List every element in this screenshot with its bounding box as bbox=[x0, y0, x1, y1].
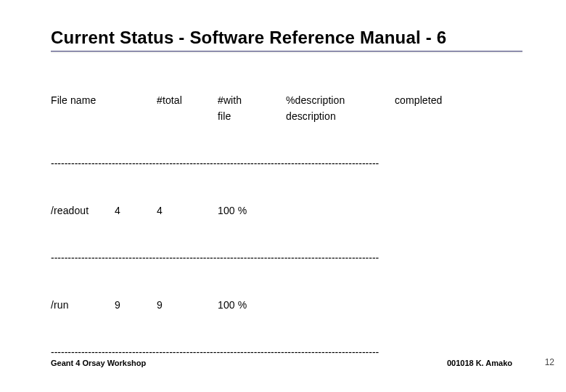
table-row: /run 9 9 100 % bbox=[51, 298, 534, 314]
hdr-desc: %description description bbox=[286, 93, 395, 124]
row-name: /readout bbox=[51, 203, 115, 219]
row-pct: 100 % bbox=[218, 298, 286, 314]
row-n: 4 bbox=[157, 203, 218, 219]
footer-left: Geant 4 Orsay Workshop bbox=[51, 359, 146, 367]
footer-right: 001018 K. Amako bbox=[447, 359, 512, 367]
hdr-completed: completed bbox=[395, 93, 482, 109]
content-block: File name #total #with file %description… bbox=[51, 62, 534, 392]
hdr-file: File name bbox=[51, 93, 157, 109]
header-row: File name #total #with file %description… bbox=[51, 93, 534, 124]
row-total: 4 bbox=[115, 203, 157, 219]
hdr-with: #with file bbox=[218, 93, 286, 124]
divider-1: ----------------------------------------… bbox=[51, 156, 534, 172]
row-pct: 100 % bbox=[218, 203, 286, 219]
page-number: 12 bbox=[545, 357, 554, 367]
row-name: /run bbox=[51, 298, 115, 314]
row-total: 9 bbox=[115, 298, 157, 314]
slide: Current Status - Software Reference Manu… bbox=[0, 0, 566, 392]
row-n: 9 bbox=[157, 298, 218, 314]
page-title: Current Status - Software Reference Manu… bbox=[51, 28, 534, 48]
title-underline bbox=[51, 51, 522, 52]
hdr-total: #total bbox=[157, 93, 218, 109]
table-row: /readout 4 4 100 % bbox=[51, 203, 534, 219]
divider-2: ----------------------------------------… bbox=[51, 250, 534, 266]
